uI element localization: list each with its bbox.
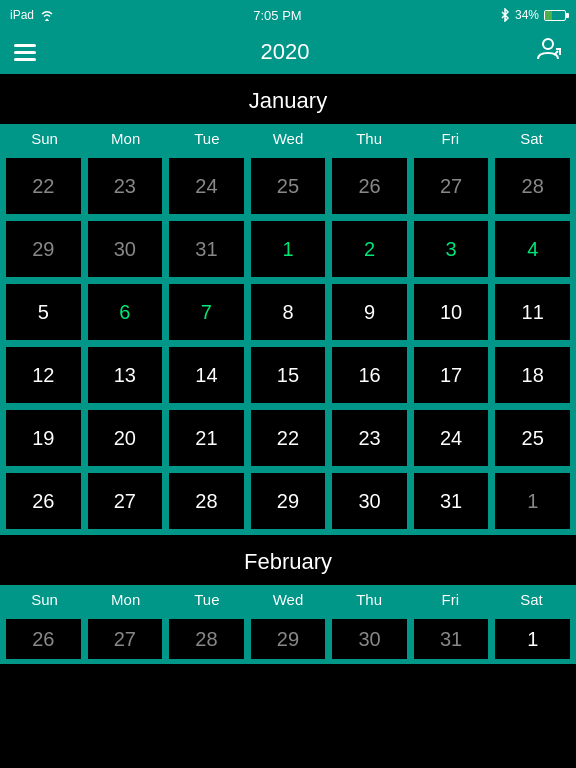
- table-row[interactable]: 31: [412, 617, 491, 661]
- status-left: iPad: [10, 8, 55, 22]
- january-grid: 2223242526272829303112345678910111213141…: [0, 153, 576, 535]
- table-row[interactable]: 25: [249, 156, 328, 216]
- feb-day-header-tue: Tue: [166, 585, 247, 614]
- table-row[interactable]: 28: [493, 156, 572, 216]
- day-header-fri: Fri: [410, 124, 491, 153]
- table-row[interactable]: 23: [330, 408, 409, 468]
- table-row[interactable]: 29: [4, 219, 83, 279]
- february-title: February: [0, 535, 576, 585]
- svg-point-0: [543, 39, 553, 49]
- table-row[interactable]: 13: [86, 345, 165, 405]
- feb-day-header-sat: Sat: [491, 585, 572, 614]
- device-label: iPad: [10, 8, 34, 22]
- table-row[interactable]: 19: [4, 408, 83, 468]
- table-row[interactable]: 2: [330, 219, 409, 279]
- table-row[interactable]: 5: [4, 282, 83, 342]
- february-section: February Sun Mon Tue Wed Thu Fri Sat 262…: [0, 535, 576, 664]
- table-row[interactable]: 26: [4, 471, 83, 531]
- table-row[interactable]: 3: [412, 219, 491, 279]
- january-section: January Sun Mon Tue Wed Thu Fri Sat 2223…: [0, 74, 576, 535]
- table-row[interactable]: 29: [249, 617, 328, 661]
- year-label: 2020: [36, 39, 534, 65]
- feb-day-header-sun: Sun: [4, 585, 85, 614]
- table-row[interactable]: 6: [86, 282, 165, 342]
- february-grid: 2627282930311: [0, 614, 576, 664]
- table-row[interactable]: 25: [493, 408, 572, 468]
- menu-button[interactable]: [14, 44, 36, 61]
- battery-percent: 34%: [515, 8, 539, 22]
- table-row[interactable]: 22: [249, 408, 328, 468]
- app-header: 2020: [0, 30, 576, 74]
- table-row[interactable]: 31: [167, 219, 246, 279]
- day-header-mon: Mon: [85, 124, 166, 153]
- january-title: January: [0, 74, 576, 124]
- table-row[interactable]: 31: [412, 471, 491, 531]
- table-row[interactable]: 23: [86, 156, 165, 216]
- table-row[interactable]: 11: [493, 282, 572, 342]
- feb-day-header-wed: Wed: [247, 585, 328, 614]
- status-time: 7:05 PM: [253, 8, 301, 23]
- battery-icon: [544, 10, 566, 21]
- table-row[interactable]: 20: [86, 408, 165, 468]
- feb-day-header-thu: Thu: [329, 585, 410, 614]
- profile-button[interactable]: [534, 35, 562, 69]
- feb-day-header-mon: Mon: [85, 585, 166, 614]
- table-row[interactable]: 28: [167, 471, 246, 531]
- table-row[interactable]: 10: [412, 282, 491, 342]
- table-row[interactable]: 1: [493, 471, 572, 531]
- table-row[interactable]: 1: [249, 219, 328, 279]
- table-row[interactable]: 12: [4, 345, 83, 405]
- table-row[interactable]: 21: [167, 408, 246, 468]
- feb-day-header-fri: Fri: [410, 585, 491, 614]
- table-row[interactable]: 18: [493, 345, 572, 405]
- table-row[interactable]: 26: [4, 617, 83, 661]
- table-row[interactable]: 30: [86, 219, 165, 279]
- day-header-sat: Sat: [491, 124, 572, 153]
- day-header-sun: Sun: [4, 124, 85, 153]
- table-row[interactable]: 8: [249, 282, 328, 342]
- table-row[interactable]: 27: [86, 617, 165, 661]
- table-row[interactable]: 28: [167, 617, 246, 661]
- wifi-icon: [39, 9, 55, 21]
- calendar-scroll[interactable]: January Sun Mon Tue Wed Thu Fri Sat 2223…: [0, 74, 576, 768]
- table-row[interactable]: 27: [86, 471, 165, 531]
- table-row[interactable]: 15: [249, 345, 328, 405]
- table-row[interactable]: 9: [330, 282, 409, 342]
- day-header-tue: Tue: [166, 124, 247, 153]
- table-row[interactable]: 1: [493, 617, 572, 661]
- table-row[interactable]: 16: [330, 345, 409, 405]
- january-day-headers: Sun Mon Tue Wed Thu Fri Sat: [0, 124, 576, 153]
- table-row[interactable]: 29: [249, 471, 328, 531]
- table-row[interactable]: 24: [167, 156, 246, 216]
- table-row[interactable]: 26: [330, 156, 409, 216]
- table-row[interactable]: 30: [330, 471, 409, 531]
- table-row[interactable]: 22: [4, 156, 83, 216]
- table-row[interactable]: 30: [330, 617, 409, 661]
- table-row[interactable]: 24: [412, 408, 491, 468]
- table-row[interactable]: 14: [167, 345, 246, 405]
- status-bar: iPad 7:05 PM 34%: [0, 0, 576, 30]
- day-header-wed: Wed: [247, 124, 328, 153]
- table-row[interactable]: 27: [412, 156, 491, 216]
- bluetooth-icon: [500, 8, 510, 22]
- table-row[interactable]: 17: [412, 345, 491, 405]
- table-row[interactable]: 4: [493, 219, 572, 279]
- status-right: 34%: [500, 8, 566, 22]
- february-day-headers: Sun Mon Tue Wed Thu Fri Sat: [0, 585, 576, 614]
- day-header-thu: Thu: [329, 124, 410, 153]
- table-row[interactable]: 7: [167, 282, 246, 342]
